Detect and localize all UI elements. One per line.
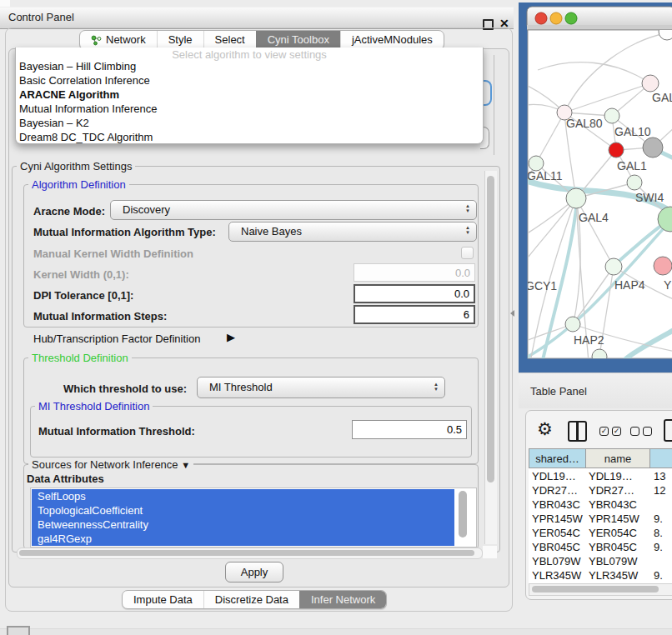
tab-network-label: Network [106, 31, 146, 49]
settings-vscroll-thumb[interactable] [487, 176, 494, 482]
tab-cyni-toolbox[interactable]: Cyni Toolbox [256, 31, 340, 49]
node-label: GAL11 [527, 169, 563, 182]
column-header-shared-name[interactable]: shared… [529, 448, 586, 468]
list-item[interactable]: gal4RGexp [32, 532, 454, 546]
gal4-node[interactable] [566, 188, 586, 208]
mi-threshold-label: Mutual Information Threshold: [38, 425, 195, 438]
table-row[interactable]: YLR345W YLR345W 9. [529, 568, 672, 582]
sources-group-title[interactable]: Sources for Network Inference ▼ [28, 458, 193, 471]
tab-style[interactable]: Style [157, 31, 203, 49]
table-row[interactable]: YBR043C YBR043C [529, 498, 672, 512]
manual-kernel-checkbox[interactable] [461, 247, 474, 259]
gear-icon[interactable]: ⚙ [537, 419, 553, 439]
which-threshold-combo[interactable]: MI Threshold ▲▼ [197, 377, 445, 398]
table-hscroll-thumb[interactable] [532, 586, 659, 592]
dropdown-item[interactable]: Basic Correlation Inference [19, 73, 150, 88]
dropdown-item-selected[interactable]: ARACNE Algorithm [19, 88, 119, 102]
tab-jactivemnodules[interactable]: jActiveMNodules [340, 31, 444, 49]
hub-definition-toggle[interactable]: Hub/Transcription Factor Definition [33, 332, 200, 345]
which-threshold-value: MI Threshold [209, 378, 273, 398]
list-item[interactable]: SelfLoops [32, 489, 454, 503]
table-row[interactable]: YER054C YER054C 8. [529, 526, 672, 540]
cyni-algorithm-settings-title: Cyni Algorithm Settings [17, 160, 135, 172]
mac-close-button[interactable] [535, 12, 547, 24]
dpi-tolerance-label: DPI Tolerance [0,1]: [33, 289, 133, 302]
column-header-name[interactable]: name [586, 448, 650, 468]
list-item[interactable]: BetweennessCentrality [32, 518, 454, 532]
minimized-panel-icon[interactable] [7, 626, 30, 635]
data-attributes-label: Data Attributes [27, 472, 104, 485]
network-icon [91, 35, 102, 46]
stepper-arrows-icon: ▲▼ [465, 203, 470, 213]
control-panel-title: Control Panel [8, 11, 74, 23]
gal1-node[interactable] [609, 142, 624, 158]
expand-triangle-icon[interactable]: ▶ [227, 331, 235, 343]
tab-network[interactable]: Network [80, 31, 157, 49]
settings-vertical-scrollbar[interactable] [484, 171, 497, 544]
data-attributes-list[interactable]: SelfLoops TopologicalCoefficient Between… [30, 488, 477, 548]
deselect-all-icon[interactable] [630, 427, 652, 436]
control-panel-titlebar: Control Panel ✕ [0, 7, 514, 29]
swi4-node[interactable] [627, 175, 642, 190]
tab-select[interactable]: Select [203, 31, 256, 49]
gal10-node[interactable] [604, 108, 619, 123]
stepper-arrows-icon: ▲▼ [434, 382, 439, 392]
stepper-arrows-icon: ▲▼ [465, 225, 470, 235]
tab-infer-network[interactable]: Infer Network [299, 591, 386, 608]
list-vscroll-thumb[interactable] [459, 491, 467, 538]
dropdown-item[interactable]: Bayesian – K2 [19, 116, 89, 130]
mac-zoom-button[interactable] [565, 12, 577, 24]
node-label: SWI4 [635, 191, 664, 204]
mi-type-label: Mutual Information Algorithm Type: [33, 226, 216, 238]
node-label: Y [664, 278, 672, 292]
node-label: GAL1 [617, 159, 647, 172]
kernel-width-field[interactable] [354, 263, 475, 282]
settings-horizontal-scrollbar[interactable] [17, 548, 483, 559]
table-row[interactable]: YBL079W YBL079W [529, 554, 672, 568]
table-row[interactable]: YPR145W YPR145W 9. [529, 512, 672, 526]
document-icon[interactable] [664, 419, 672, 442]
aracne-mode-value: Discovery [123, 201, 170, 219]
table-horizontal-scrollbar[interactable] [529, 583, 672, 596]
table-row[interactable]: YDL19… YDL19… 13 [529, 469, 672, 483]
node-table-header: shared… name [529, 448, 672, 468]
gal7-node[interactable] [642, 75, 659, 92]
collapse-triangle-icon[interactable]: ▼ [181, 460, 190, 470]
apply-button[interactable]: Apply [225, 562, 283, 582]
occluded-group-border [494, 55, 494, 155]
tab-impute-data[interactable]: Impute Data [123, 591, 203, 608]
node-label: GCY1 [525, 279, 557, 292]
algorithm-definition-title: Algorithm Definition [28, 178, 129, 191]
dropdown-item[interactable]: Dream8 DC_TDC Algorithm [19, 130, 153, 144]
dropdown-item[interactable]: Mutual Information Inference [19, 102, 157, 116]
mi-type-combo[interactable]: Naive Bayes ▲▼ [228, 222, 477, 242]
columns-icon-divider [576, 422, 579, 440]
splitter-grip-icon[interactable] [510, 310, 514, 317]
node-label: GAL80 [566, 117, 603, 130]
mi-type-value: Naive Bayes [241, 222, 302, 241]
dropdown-item[interactable]: Bayesian – Hill Climbing [19, 59, 136, 73]
table-row[interactable]: YBR045C YBR045C 9. [529, 540, 672, 554]
dpi-tolerance-field[interactable] [354, 284, 475, 303]
aracne-mode-combo[interactable]: Discovery ▲▼ [110, 200, 477, 220]
node-label: GAL4 [579, 211, 609, 224]
hap4-node[interactable] [605, 258, 622, 275]
hap2-node[interactable] [565, 317, 580, 332]
gray-node[interactable] [643, 138, 663, 158]
network-view[interactable]: GAL7 GAL80 GAL10 GAL1 GAL11 SWI4 GAL4 GC… [519, 2, 672, 372]
settings-hscroll-thumb[interactable] [19, 550, 474, 556]
columns-icon[interactable] [568, 421, 587, 442]
table-panel-titlebar: Table Panel [519, 372, 672, 408]
mi-steps-field[interactable] [354, 305, 475, 324]
list-item[interactable]: TopologicalCoefficient [32, 503, 454, 518]
table-row[interactable]: YDR27… YDR27… 12 [529, 483, 672, 498]
mac-minimize-button[interactable] [550, 12, 562, 24]
column-header-partial[interactable] [650, 448, 672, 468]
mi-steps-label: Mutual Information Steps: [33, 310, 167, 322]
mi-threshold-field[interactable] [352, 420, 467, 439]
tab-discretize-data[interactable]: Discretize Data [203, 591, 299, 608]
select-all-icon[interactable]: ✓ ✓ [599, 427, 621, 436]
threshold-definition-title: Threshold Definition [28, 352, 132, 364]
aracne-mode-label: Aracne Mode: [33, 205, 105, 218]
salmon-node[interactable] [654, 257, 672, 275]
